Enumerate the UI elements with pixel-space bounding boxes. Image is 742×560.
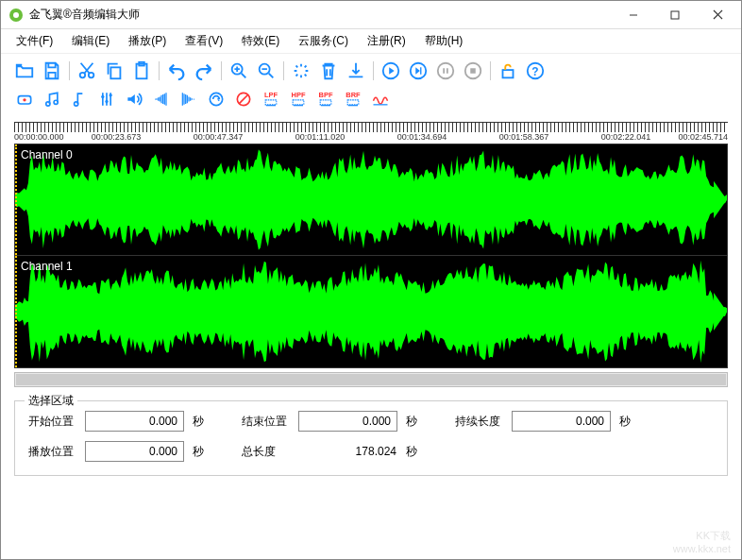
play-button[interactable] xyxy=(379,59,403,83)
copy-button[interactable] xyxy=(102,59,126,83)
ruler-time-label: 00:01:58.367 xyxy=(499,132,549,142)
menu-register[interactable]: 注册(R) xyxy=(358,30,415,52)
undo-button[interactable] xyxy=(164,59,189,83)
stop-button[interactable] xyxy=(461,59,485,83)
lock-button[interactable] xyxy=(496,59,520,83)
ruler-time-label: 00:00:47.347 xyxy=(194,132,244,142)
svg-point-27 xyxy=(105,100,108,103)
end-position-input[interactable] xyxy=(298,411,397,432)
menu-file[interactable]: 文件(F) xyxy=(7,30,62,52)
eq-button[interactable] xyxy=(368,87,393,111)
paste-button[interactable] xyxy=(129,59,154,83)
zoom-out-button[interactable] xyxy=(254,59,278,83)
start-position-label: 开始位置 xyxy=(28,414,85,430)
toolbar: ? xyxy=(1,54,741,86)
content-area: 00:00:00.00000:00:23.67300:00:47.34700:0… xyxy=(1,114,741,559)
channel-0-label: Channel 0 xyxy=(21,148,73,161)
separator xyxy=(283,61,284,80)
menu-edit[interactable]: 编辑(E) xyxy=(62,30,119,52)
playhead-marker xyxy=(15,144,17,255)
playhead-marker xyxy=(15,256,17,367)
mixer-button[interactable] xyxy=(94,87,119,111)
minimize-button[interactable] xyxy=(613,2,654,28)
toolbar-effects: LPF HPF BPF BRF xyxy=(1,86,741,114)
record-button[interactable] xyxy=(12,87,37,111)
save-button[interactable] xyxy=(40,59,64,83)
close-button[interactable] xyxy=(696,2,739,28)
window-title: 金飞翼®音频编辑大师 xyxy=(29,7,613,23)
play-loop-button[interactable] xyxy=(406,59,430,83)
help-button[interactable]: ? xyxy=(523,59,548,83)
svg-point-25 xyxy=(75,102,78,106)
svg-text:LPF: LPF xyxy=(264,91,278,99)
delete-button[interactable] xyxy=(316,59,341,83)
waveform-0 xyxy=(15,144,727,255)
maximize-button[interactable] xyxy=(654,2,696,28)
svg-text:?: ? xyxy=(531,65,538,78)
brf-button[interactable]: BRF xyxy=(341,87,365,111)
total-length-label: 总长度 xyxy=(242,444,298,460)
unit-label: 秒 xyxy=(616,414,640,430)
unit-label: 秒 xyxy=(402,444,427,460)
separator xyxy=(490,61,491,80)
menubar: 文件(F) 编辑(E) 播放(P) 查看(V) 特效(E) 云服务(C) 注册(… xyxy=(1,29,741,54)
waveform-1 xyxy=(15,256,727,367)
menu-cloud[interactable]: 云服务(C) xyxy=(289,30,358,52)
open-button[interactable] xyxy=(12,59,37,83)
region-title: 选择区域 xyxy=(25,393,77,409)
hpf-button[interactable]: HPF xyxy=(286,87,311,111)
pause-button[interactable] xyxy=(433,59,458,83)
svg-text:BPF: BPF xyxy=(319,91,333,99)
titlebar: 金飞翼®音频编辑大师 xyxy=(1,1,741,29)
ruler-time-label: 00:00:00.000 xyxy=(14,132,64,142)
waveform-area: Channel 0 Channel 1 xyxy=(14,144,728,368)
svg-text:BRF: BRF xyxy=(346,91,361,99)
svg-point-23 xyxy=(46,102,50,106)
svg-point-26 xyxy=(101,95,104,98)
cut-button[interactable] xyxy=(75,59,99,83)
note-button[interactable] xyxy=(67,87,92,111)
svg-point-1 xyxy=(13,12,19,18)
svg-text:HPF: HPF xyxy=(292,91,306,99)
fade-out-button[interactable] xyxy=(177,87,201,111)
menu-effects[interactable]: 特效(E) xyxy=(232,30,289,52)
svg-point-22 xyxy=(23,98,25,101)
svg-rect-17 xyxy=(470,68,476,74)
reverse-button[interactable] xyxy=(204,87,228,111)
fade-in-button[interactable] xyxy=(149,87,174,111)
start-position-input[interactable] xyxy=(85,411,184,432)
unit-label: 秒 xyxy=(189,444,213,460)
svg-rect-3 xyxy=(671,11,679,19)
music-button[interactable] xyxy=(40,87,64,111)
play-position-input[interactable] xyxy=(85,441,184,462)
volume-button[interactable] xyxy=(122,87,146,111)
export-button[interactable] xyxy=(344,59,368,83)
lpf-button[interactable]: LPF xyxy=(259,87,283,111)
menu-play[interactable]: 播放(P) xyxy=(119,30,176,52)
horizontal-scrollbar[interactable] xyxy=(14,372,728,387)
ruler-time-label: 00:02:22.041 xyxy=(601,132,651,142)
effects-button[interactable] xyxy=(289,59,313,83)
selection-region-panel: 选择区域 开始位置 秒 结束位置 秒 持续长度 秒 播放位置 秒 总长度 178… xyxy=(14,400,728,476)
channel-0[interactable]: Channel 0 xyxy=(15,144,727,256)
app-window: 金飞翼®音频编辑大师 文件(F) 编辑(E) 播放(P) 查看(V) 特效(E)… xyxy=(0,0,742,560)
time-ruler[interactable]: 00:00:00.00000:00:23.67300:00:47.34700:0… xyxy=(14,122,728,143)
bpf-button[interactable]: BPF xyxy=(313,87,338,111)
svg-point-24 xyxy=(54,100,58,104)
ruler-time-label: 00:01:34.694 xyxy=(397,132,447,142)
play-position-label: 播放位置 xyxy=(28,444,85,460)
channel-1[interactable]: Channel 1 xyxy=(15,256,727,367)
menu-help[interactable]: 帮助(H) xyxy=(415,30,473,52)
ruler-time-label: 00:01:11.020 xyxy=(295,132,346,142)
no-filter-button[interactable] xyxy=(231,87,256,111)
ruler-time-label: 00:00:23.673 xyxy=(92,132,142,142)
svg-point-28 xyxy=(110,93,112,96)
menu-view[interactable]: 查看(V) xyxy=(176,30,232,52)
duration-input[interactable] xyxy=(512,411,611,432)
total-length-value: 178.024 xyxy=(298,445,402,458)
separator xyxy=(373,61,374,80)
redo-button[interactable] xyxy=(192,59,216,83)
separator xyxy=(159,61,160,80)
zoom-in-button[interactable] xyxy=(227,59,251,83)
end-position-label: 结束位置 xyxy=(242,414,298,430)
